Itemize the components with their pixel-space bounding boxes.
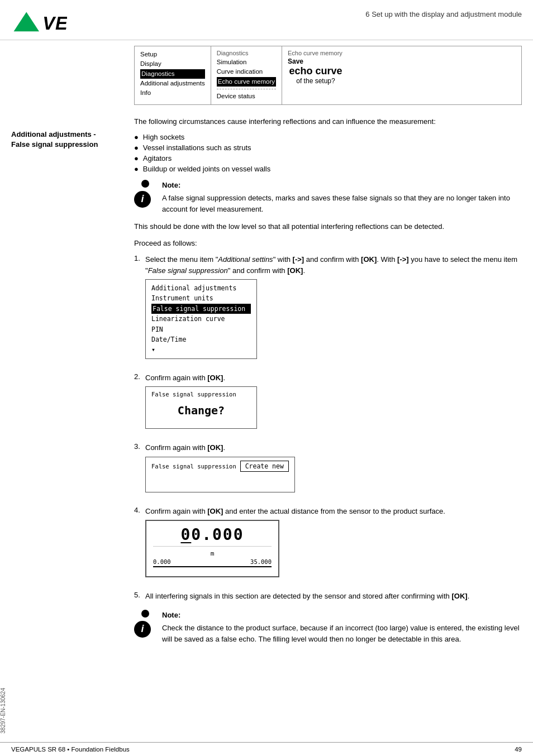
note-bullet-icon <box>141 180 149 188</box>
screen2-change: Change? <box>151 398 251 425</box>
vega-logo-svg: VEGA <box>11 6 67 36</box>
step-5: 5. All interfering signals in this secti… <box>134 591 522 602</box>
step-4-text: Confirm again with [OK] and enter the ac… <box>145 506 445 517</box>
screen4-slider <box>153 566 272 572</box>
step-1-bold-2: [OK] <box>361 255 377 264</box>
nav-col-1: Setup Display Diagnostics Additional adj… <box>135 46 211 104</box>
step-1-num: 1. <box>134 254 145 262</box>
note2-i-icon: i <box>134 621 151 638</box>
screen-mockup-3: False signal suppression Create new <box>145 457 295 492</box>
sidebar: Additional adjustments - False signal su… <box>11 40 123 657</box>
footer-left: VEGAPULS SR 68 • Foundation Fieldbus <box>11 746 130 753</box>
note-1-text: A false signal suppression detects, mark… <box>162 193 522 214</box>
page-header: VEGA 6 Set up with the display and adjus… <box>0 0 533 40</box>
svg-marker-0 <box>14 12 39 32</box>
section-title: 6 Set up with the display and adjustment… <box>67 6 522 18</box>
step-1: 1. Select the menu item "Additional sett… <box>134 254 522 365</box>
step-1-bold-4: [OK] <box>287 266 303 275</box>
nav-item-echo-curve: Echo curve memory <box>217 77 276 87</box>
nav-divider <box>217 89 276 89</box>
note2-bullet-icon <box>141 610 149 618</box>
nav-col-3: Echo curve memory Save echo curve of the… <box>282 46 349 104</box>
nav-item-additional: Additional adjustments <box>140 79 205 88</box>
screen4-range: 0.000 35.000 <box>153 557 272 565</box>
note-block-1: i Note: A false signal suppression detec… <box>134 180 522 215</box>
note-i-icon: i <box>134 191 151 208</box>
step-3-num: 3. <box>134 442 145 451</box>
page-footer: VEGAPULS SR 68 • Foundation Fieldbus 49 <box>0 742 533 756</box>
nav-item-curve-indication: Curve indication <box>217 67 276 76</box>
content-area: Setup Display Diagnostics Additional adj… <box>123 40 522 657</box>
nav-col2-title: Diagnostics <box>217 50 276 56</box>
screen1-item-5: Date/Time <box>151 334 251 344</box>
step-1-text: Select the menu item "Additional settins… <box>145 254 522 276</box>
svg-text:VEGA: VEGA <box>42 13 67 34</box>
screen4-unit: m <box>153 550 272 557</box>
screen-mockup-1: Additional adjustments Instrument units … <box>145 279 257 359</box>
note-2-text: Check the distance to the product surfac… <box>162 623 522 644</box>
nav-item-info: Info <box>140 88 205 98</box>
header-section-text: 6 Set up with the display and adjustment… <box>365 10 522 18</box>
screen3-title: False signal suppression <box>151 463 236 470</box>
step-1-italic-1: Additional settins <box>218 255 273 264</box>
screen4-min: 0.000 <box>153 558 171 565</box>
note-block-2: i Note: Check the distance to the produc… <box>134 610 522 645</box>
main-content: Additional adjustments - False signal su… <box>0 40 533 657</box>
nav-item-simulation: Simulation <box>217 58 276 67</box>
nav-echo-label: echo curve <box>288 65 344 77</box>
nav-item-display: Display <box>140 59 205 69</box>
screen-mockup-2: False signal suppression Change? <box>145 386 257 429</box>
footer-right: 49 <box>515 746 522 753</box>
screen3-create-btn: Create new <box>240 461 289 472</box>
nav-diagram: Setup Display Diagnostics Additional adj… <box>134 46 522 105</box>
step-3: 3. Confirm again with [OK]. False signal… <box>134 442 522 498</box>
step-5-bold: [OK] <box>451 592 467 600</box>
note-2-content: Note: Check the distance to the product … <box>162 610 522 645</box>
step-4: 4. Confirm again with [OK] and enter the… <box>134 506 522 583</box>
screen2-title: False signal suppression <box>151 391 236 398</box>
sidebar-label: Additional adjustments - False signal su… <box>11 130 123 150</box>
nav-of-label: of the setup? <box>288 77 344 85</box>
note-1-title: Note: <box>162 180 522 191</box>
screen1-item-3: Linearization curve <box>151 314 251 324</box>
step-2-bold: [OK] <box>207 374 223 382</box>
screen1-item-4: PIN <box>151 324 251 334</box>
sidebar-vertical-text: 38297-EN-130624 <box>0 688 8 734</box>
step-5-num: 5. <box>134 591 145 599</box>
sidebar-label-line1: Additional adjustments - <box>11 130 96 138</box>
note-1-content: Note: A false signal suppression detects… <box>162 180 522 215</box>
step-1-italic-2: False signal suppression <box>148 266 228 275</box>
step-3-text: Confirm again with [OK]. <box>145 442 225 453</box>
screen1-arrow: ▾ <box>151 344 251 355</box>
nav-item-diagnostics: Diagnostics <box>140 69 205 79</box>
note-2-title: Note: <box>162 610 522 621</box>
step-5-text: All interfering signals in this section … <box>145 591 469 602</box>
nav-col3-title: Echo curve memory <box>288 50 344 56</box>
step-2-text: Confirm again with [OK]. <box>145 372 225 384</box>
bullet-3: Agitators <box>134 154 522 162</box>
screen4-cursor: 0 <box>180 525 191 544</box>
screen-mockup-4: 00.000 m 0.000 35.000 <box>145 520 279 577</box>
screen4-max: 35.000 <box>250 558 272 565</box>
screen1-item-1: Instrument units <box>151 293 251 303</box>
intro-text: The following circumstances cause interf… <box>134 116 522 127</box>
screen4-value: 00.000 <box>153 525 272 547</box>
bullet-1: High sockets <box>134 133 522 141</box>
nav-item-setup: Setup <box>140 50 205 59</box>
nav-col-2: Diagnostics Simulation Curve indication … <box>211 46 282 104</box>
para-1: This should be done with the low level s… <box>134 221 522 232</box>
step-4-bold-1: [OK] <box>207 507 223 515</box>
nav-save-label: Save <box>288 58 303 65</box>
bullet-2: Vessel installations such as struts <box>134 143 522 152</box>
bullet-list: High sockets Vessel installations such a… <box>134 133 522 173</box>
screen1-item-2-selected: False signal suppression <box>151 304 251 314</box>
step-3-bold: [OK] <box>207 443 223 452</box>
sidebar-label-line2: False signal suppression <box>11 140 98 149</box>
screen1-title: Additional adjustments <box>151 283 251 293</box>
step-1-bold-3: [->] <box>397 255 409 264</box>
para-2: Proceed as follows: <box>134 238 522 249</box>
step-2: 2. Confirm again with [OK]. False signal… <box>134 372 522 435</box>
step-2-num: 2. <box>134 372 145 381</box>
bullet-4: Buildup or welded joints on vessel walls <box>134 165 522 173</box>
logo: VEGA <box>11 6 67 36</box>
